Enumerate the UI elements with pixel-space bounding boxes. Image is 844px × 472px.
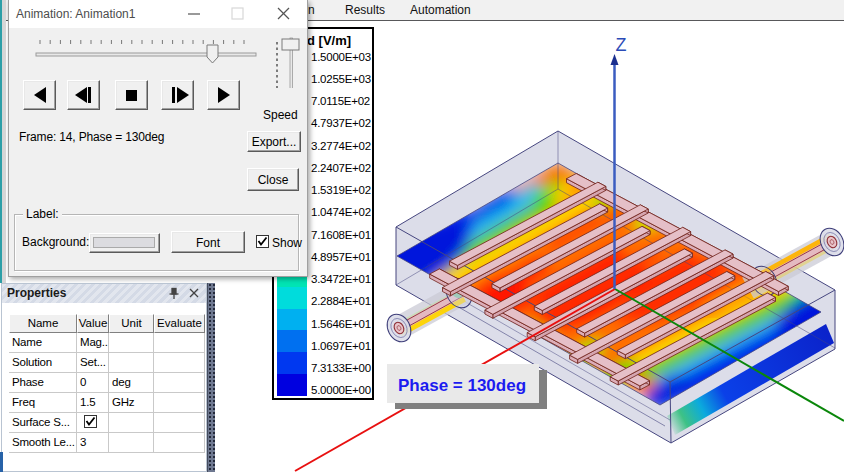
- svg-text:Z: Z: [616, 35, 627, 55]
